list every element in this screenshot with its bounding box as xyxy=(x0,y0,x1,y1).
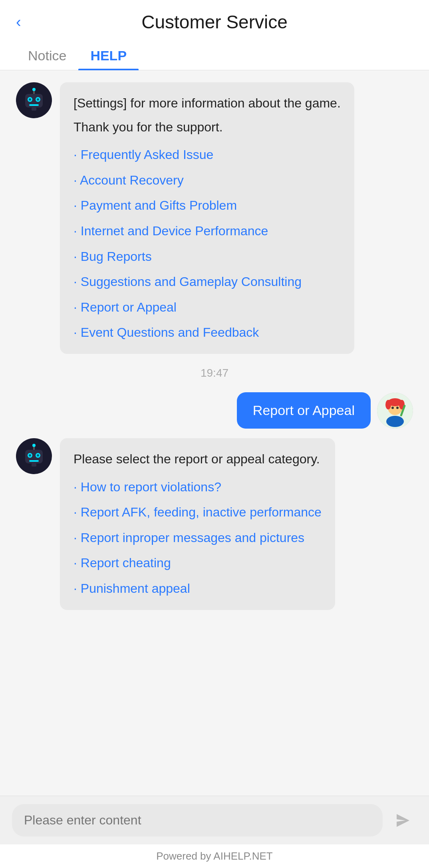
svg-rect-25 xyxy=(29,460,39,462)
link-how-to-report[interactable]: · How to report violations? xyxy=(73,477,322,497)
svg-point-4 xyxy=(29,98,31,101)
chat-area: [Settings] for more information about th… xyxy=(0,70,429,796)
svg-point-16 xyxy=(391,407,394,409)
bot-avatar xyxy=(16,82,52,118)
user-avatar xyxy=(377,393,413,429)
footer: Powered by AIHELP.NET xyxy=(0,844,429,868)
tabs-bar: Notice HELP xyxy=(0,41,429,70)
svg-point-5 xyxy=(37,98,39,101)
input-bar xyxy=(0,796,429,844)
svg-point-23 xyxy=(29,454,31,457)
bot-text-1a: [Settings] for more information about th… xyxy=(73,93,341,113)
link-account-recovery[interactable]: · Account Recovery xyxy=(73,171,341,191)
svg-point-11 xyxy=(386,416,404,427)
svg-point-14 xyxy=(385,400,391,409)
bot-text-1b: Thank you for the support. xyxy=(73,117,341,137)
svg-point-8 xyxy=(32,88,36,91)
link-report-cheating[interactable]: · Report cheating xyxy=(73,553,322,573)
tab-notice[interactable]: Notice xyxy=(16,41,78,70)
bot-bubble-1: [Settings] for more information about th… xyxy=(60,82,354,354)
timestamp: 19:47 xyxy=(16,367,413,379)
message-input[interactable] xyxy=(12,804,383,836)
svg-rect-28 xyxy=(32,463,36,467)
user-message-row: Report or Appeal xyxy=(16,392,413,429)
link-punishment-appeal[interactable]: · Punishment appeal xyxy=(73,579,322,599)
header: ‹ Customer Service xyxy=(0,0,429,41)
back-button[interactable]: ‹ xyxy=(16,14,21,30)
link-event-questions[interactable]: · Event Questions and Feedback xyxy=(73,323,341,343)
svg-point-27 xyxy=(32,444,36,447)
bot-text-2-intro: Please select the report or appeal categ… xyxy=(73,449,322,469)
svg-marker-29 xyxy=(397,814,409,827)
send-button[interactable] xyxy=(389,806,417,834)
svg-rect-9 xyxy=(32,107,36,111)
svg-rect-6 xyxy=(29,104,39,106)
link-suggestions[interactable]: · Suggestions and Gameplay Consulting xyxy=(73,272,341,292)
bot-message-1: [Settings] for more information about th… xyxy=(16,82,413,354)
link-payment[interactable]: · Payment and Gifts Problem xyxy=(73,196,341,216)
bot-avatar-2 xyxy=(16,438,52,474)
link-report-afk[interactable]: · Report AFK, feeding, inactive performa… xyxy=(73,503,322,522)
link-internet-device[interactable]: · Internet and Device Performance xyxy=(73,221,341,241)
link-report-improper[interactable]: · Report inproper messages and pictures xyxy=(73,528,322,548)
page-title: Customer Service xyxy=(141,11,288,33)
svg-point-24 xyxy=(37,454,39,457)
bot-message-2: Please select the report or appeal categ… xyxy=(16,438,413,610)
link-bug-reports[interactable]: · Bug Reports xyxy=(73,247,341,267)
link-report-appeal[interactable]: · Report or Appeal xyxy=(73,298,341,318)
bot-bubble-2: Please select the report or appeal categ… xyxy=(60,438,335,610)
user-bubble: Report or Appeal xyxy=(237,392,371,429)
tab-help[interactable]: HELP xyxy=(78,41,139,70)
link-faq[interactable]: · Frequently Asked Issue xyxy=(73,145,341,165)
svg-point-17 xyxy=(396,407,399,409)
